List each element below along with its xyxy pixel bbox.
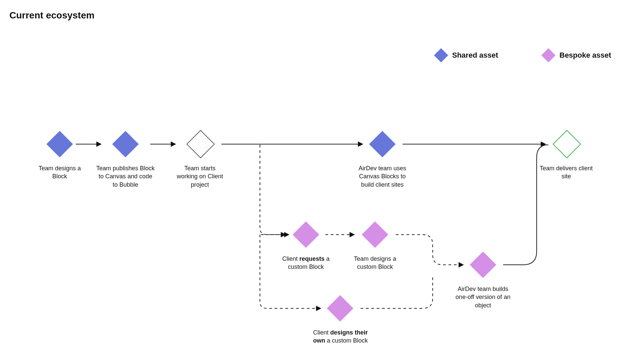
legend-shared-label: Shared asset xyxy=(452,51,498,60)
legend-bespoke: Bespoke asset xyxy=(543,50,611,60)
node-shared xyxy=(369,131,395,157)
node-label: Team designs a Block xyxy=(33,164,87,181)
node-label: Team delivers client site xyxy=(539,164,593,181)
node-label: Team starts working on Client project xyxy=(173,164,227,189)
node-bespoke xyxy=(470,251,496,278)
diamond-icon xyxy=(541,48,555,62)
diagram-canvas: { "title": "Current ecosystem", "legend"… xyxy=(0,0,644,362)
node-label: Client requests a custom Block xyxy=(276,255,336,271)
node-delivery xyxy=(553,130,581,159)
node-bespoke xyxy=(327,295,353,321)
node-bespoke xyxy=(362,221,388,248)
node-label: Team designs a custom Block xyxy=(345,255,405,271)
node-shared xyxy=(112,131,139,157)
node-label: Client designs their own a custom Block xyxy=(309,328,372,345)
node-label: AirDev team builds one-off version of an… xyxy=(451,285,515,309)
node-neutral xyxy=(186,130,215,159)
diamond-icon xyxy=(434,48,448,62)
legend-bespoke-label: Bespoke asset xyxy=(559,51,611,60)
page-title: Current ecosystem xyxy=(9,10,95,21)
node-bespoke xyxy=(292,221,319,248)
node-label: AirDev team uses Canvas Blocks to build … xyxy=(352,164,413,189)
node-label: Team publishes Block to Canvas and code … xyxy=(95,164,156,189)
legend-shared: Shared asset xyxy=(436,50,498,60)
node-shared xyxy=(46,131,73,157)
